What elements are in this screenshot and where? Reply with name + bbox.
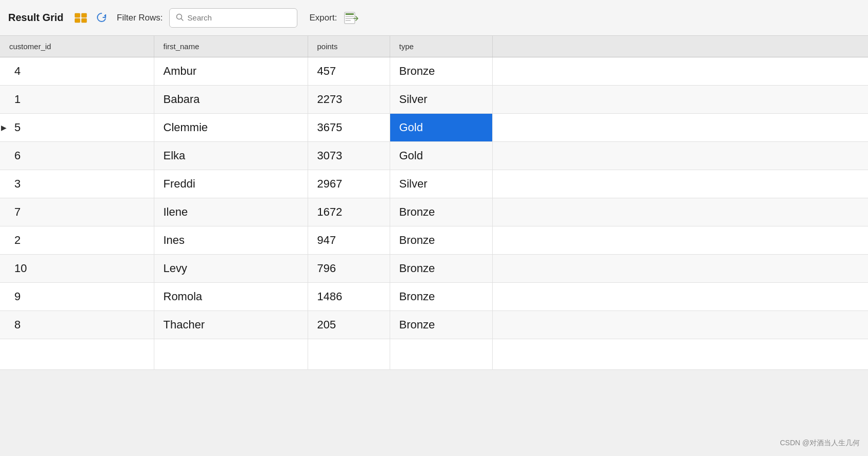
cell-first-name[interactable]: Ambur	[154, 57, 308, 86]
cell-first-name[interactable]: Elka	[154, 142, 308, 170]
empty-cell	[0, 339, 154, 370]
cell-points[interactable]: 3073	[308, 142, 390, 170]
cell-points[interactable]: 457	[308, 57, 390, 86]
search-icon	[176, 13, 184, 23]
cell-empty	[492, 255, 868, 283]
svg-rect-2	[75, 18, 80, 23]
svg-rect-0	[75, 13, 80, 17]
cell-points[interactable]: 3675	[308, 114, 390, 142]
cell-type[interactable]: Silver	[390, 86, 492, 114]
svg-rect-9	[346, 18, 354, 19]
result-table: customer_id first_name points type 4Ambu…	[0, 36, 868, 370]
table-header-row: customer_id first_name points type	[0, 36, 868, 57]
export-label: Export:	[310, 13, 337, 23]
result-grid-title: Result Grid	[8, 12, 64, 24]
cell-type[interactable]: Bronze	[390, 57, 492, 86]
table-row[interactable]: 6Elka3073Gold	[0, 142, 868, 170]
cell-first-name[interactable]: Levy	[154, 255, 308, 283]
cell-customer-id[interactable]: 4	[0, 57, 154, 86]
svg-rect-7	[346, 13, 354, 15]
svg-rect-8	[346, 16, 354, 17]
svg-rect-10	[346, 20, 351, 21]
table-row[interactable]: 2Ines947Bronze	[0, 226, 868, 255]
cell-type[interactable]: Bronze	[390, 255, 492, 283]
table-row[interactable]: ▶5Clemmie3675Gold	[0, 114, 868, 142]
cell-first-name[interactable]: Thacher	[154, 311, 308, 339]
cell-empty	[492, 198, 868, 226]
search-input[interactable]	[188, 13, 291, 22]
empty-cell	[492, 339, 868, 370]
cell-first-name[interactable]: Babara	[154, 86, 308, 114]
table-empty-row	[0, 339, 868, 370]
cell-empty	[492, 283, 868, 311]
toolbar: Result Grid Filter Rows: Export:	[0, 0, 868, 36]
table-row[interactable]: 4Ambur457Bronze	[0, 57, 868, 86]
table-row[interactable]: 3Freddi2967Silver	[0, 170, 868, 198]
table-row[interactable]: 9Romola1486Bronze	[0, 283, 868, 311]
svg-rect-3	[82, 18, 87, 23]
cell-first-name[interactable]: Ilene	[154, 198, 308, 226]
search-box[interactable]	[169, 8, 297, 28]
export-icon[interactable]	[343, 11, 359, 25]
col-header-points[interactable]: points	[308, 36, 390, 57]
cell-points[interactable]: 2967	[308, 170, 390, 198]
cell-points[interactable]: 947	[308, 226, 390, 255]
grid-icon[interactable]	[74, 12, 88, 24]
cell-empty	[492, 114, 868, 142]
svg-rect-1	[82, 13, 87, 17]
table-row[interactable]: 7Ilene1672Bronze	[0, 198, 868, 226]
cell-type[interactable]: Bronze	[390, 226, 492, 255]
cell-empty	[492, 226, 868, 255]
cell-empty	[492, 311, 868, 339]
table-row[interactable]: 8Thacher205Bronze	[0, 311, 868, 339]
col-header-empty	[492, 36, 868, 57]
cell-type[interactable]: Silver	[390, 170, 492, 198]
empty-cell	[154, 339, 308, 370]
cell-empty	[492, 142, 868, 170]
filter-rows-label: Filter Rows:	[117, 13, 163, 23]
cell-customer-id[interactable]: 2	[0, 226, 154, 255]
cell-points[interactable]: 2273	[308, 86, 390, 114]
cell-points[interactable]: 1486	[308, 283, 390, 311]
empty-cell	[308, 339, 390, 370]
cell-empty	[492, 57, 868, 86]
col-header-first-name[interactable]: first_name	[154, 36, 308, 57]
watermark: CSDN @对酒当人生几何	[780, 439, 860, 448]
result-table-container: customer_id first_name points type 4Ambu…	[0, 36, 868, 370]
table-row[interactable]: 10Levy796Bronze	[0, 255, 868, 283]
empty-cell	[390, 339, 492, 370]
cell-first-name[interactable]: Romola	[154, 283, 308, 311]
cell-type[interactable]: Gold	[390, 114, 492, 142]
col-header-customer-id[interactable]: customer_id	[0, 36, 154, 57]
cell-first-name[interactable]: Ines	[154, 226, 308, 255]
cell-customer-id[interactable]: 6	[0, 142, 154, 170]
cell-customer-id[interactable]: 7	[0, 198, 154, 226]
col-header-type[interactable]: type	[390, 36, 492, 57]
cell-customer-id[interactable]: 1	[0, 86, 154, 114]
cell-first-name[interactable]: Freddi	[154, 170, 308, 198]
cell-type[interactable]: Bronze	[390, 198, 492, 226]
svg-line-5	[181, 18, 183, 20]
cell-type[interactable]: Bronze	[390, 283, 492, 311]
cell-empty	[492, 170, 868, 198]
cell-first-name[interactable]: Clemmie	[154, 114, 308, 142]
cell-customer-id[interactable]: 9	[0, 283, 154, 311]
cell-customer-id[interactable]: 3	[0, 170, 154, 198]
cell-points[interactable]: 1672	[308, 198, 390, 226]
table-row[interactable]: 1Babara2273Silver	[0, 86, 868, 114]
cell-customer-id[interactable]: 10	[0, 255, 154, 283]
cell-points[interactable]: 205	[308, 311, 390, 339]
refresh-icon[interactable]	[94, 12, 109, 24]
cell-points[interactable]: 796	[308, 255, 390, 283]
cell-type[interactable]: Bronze	[390, 311, 492, 339]
cell-customer-id[interactable]: 8	[0, 311, 154, 339]
cell-customer-id[interactable]: ▶5	[0, 114, 154, 142]
cell-type[interactable]: Gold	[390, 142, 492, 170]
cell-empty	[492, 86, 868, 114]
